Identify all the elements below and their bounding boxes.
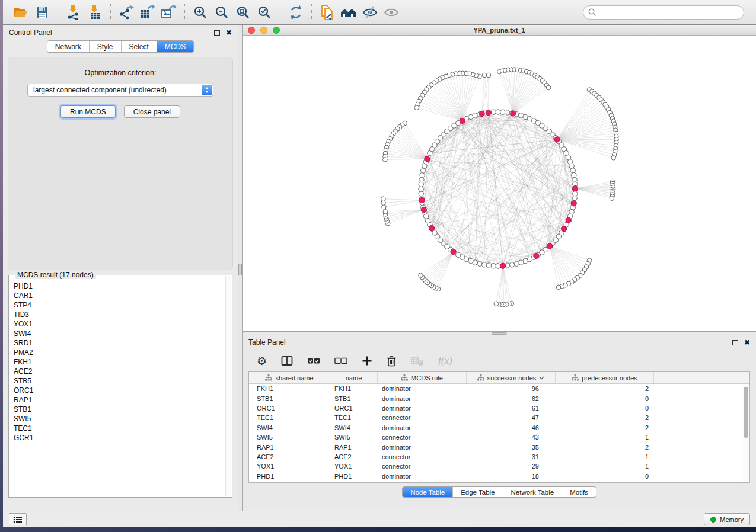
network-canvas[interactable] (243, 36, 756, 331)
mcds-result-item[interactable]: CAR1 (14, 291, 232, 300)
minimize-window-icon[interactable] (260, 27, 267, 34)
delete-column-disabled-icon (411, 355, 424, 366)
import-network-icon[interactable] (63, 2, 84, 23)
mcds-result-item[interactable]: TID3 (14, 310, 232, 319)
mcds-result-item[interactable]: PMA2 (14, 348, 232, 357)
toolbar-separator (184, 4, 185, 21)
control-panel-title: Control Panel (9, 28, 52, 37)
table-row[interactable]: STB1STB1dominator620 (249, 393, 749, 403)
float-window-icon[interactable] (214, 30, 220, 36)
function-builder-disabled-icon: f(x) (438, 355, 452, 367)
dropdown-stepper-icon (202, 85, 212, 95)
run-mcds-button[interactable]: Run MCDS (60, 105, 116, 118)
mcds-result-item[interactable]: GCR1 (14, 433, 232, 443)
zoom-in-icon[interactable] (190, 2, 211, 23)
mcds-result-item[interactable]: TEC1 (14, 424, 232, 433)
table-row[interactable]: RAP1RAP1dominator352 (249, 442, 749, 451)
scrollbar-thumb[interactable] (744, 387, 748, 438)
main-toolbar (3, 0, 756, 25)
column-header-predecessor-nodes[interactable]: predecessor nodes (556, 372, 654, 383)
export-table-icon[interactable] (137, 2, 158, 23)
tab-edge-table[interactable]: Edge Table (453, 487, 503, 497)
list-icon (13, 516, 23, 523)
mcds-result-item[interactable]: ACE2 (14, 367, 232, 376)
table-row[interactable]: TEC1TEC1connector472 (249, 413, 749, 422)
mcds-panel: Optimization criterion: largest connecte… (8, 57, 233, 270)
search-input[interactable] (597, 7, 744, 18)
tab-network[interactable]: Network (47, 41, 90, 52)
shared-column-icon (477, 374, 484, 381)
mcds-result-item[interactable]: STB1 (14, 405, 232, 414)
column-header-name[interactable]: name (330, 372, 378, 383)
tab-style[interactable]: Style (90, 41, 122, 52)
task-history-button[interactable] (9, 513, 27, 525)
tab-node-table[interactable]: Node Table (403, 487, 453, 497)
tab-motifs[interactable]: Motifs (562, 487, 596, 497)
float-window-icon[interactable] (732, 340, 738, 345)
select-all-icon[interactable] (307, 357, 320, 365)
open-file-icon[interactable] (10, 2, 31, 23)
table-scrollbar[interactable] (742, 384, 749, 482)
settings-gear-icon[interactable]: ⚙ (257, 355, 267, 367)
close-window-icon[interactable] (248, 27, 255, 34)
close-icon[interactable]: ✖ (744, 339, 750, 346)
search-field[interactable] (583, 5, 744, 20)
shared-column-icon (265, 374, 272, 381)
export-image-icon[interactable] (158, 2, 180, 23)
hide-selected-icon[interactable] (359, 2, 381, 23)
panel-divider[interactable] (238, 25, 243, 511)
first-neighbors-icon[interactable] (338, 2, 359, 23)
mcds-result-item[interactable]: STP4 (14, 300, 232, 310)
zoom-fit-icon[interactable] (232, 2, 254, 23)
mcds-result-item[interactable]: STB5 (14, 376, 232, 386)
divider-grip[interactable] (492, 332, 507, 335)
maximize-window-icon[interactable] (273, 27, 280, 34)
zoom-selected-icon[interactable] (254, 2, 275, 23)
mcds-result-item[interactable]: FKH1 (14, 357, 232, 367)
import-table-icon[interactable] (84, 2, 106, 23)
save-session-icon[interactable] (31, 2, 53, 23)
table-row[interactable]: PHD1PHD1dominator180 (249, 472, 749, 481)
table-row[interactable]: ORC1ORC1dominator610 (249, 403, 749, 413)
status-bar: Memory (3, 511, 756, 527)
table-row[interactable]: SWI4SWI4dominator462 (249, 423, 749, 432)
column-header-mcds-role[interactable]: MCDS role (378, 372, 467, 383)
table-row[interactable]: YOX1YOX1connector291 (249, 462, 749, 471)
table-row[interactable]: SWI5SWI5connector431 (249, 432, 749, 442)
mcds-result-item[interactable]: SRD1 (14, 338, 232, 348)
deselect-all-icon[interactable] (334, 357, 347, 365)
network-window-titlebar[interactable]: YPA_prune.txt_1 (243, 25, 756, 36)
column-header-successor-nodes[interactable]: successor nodes (467, 372, 556, 383)
optimization-criterion-label: Optimization criterion: (85, 69, 157, 77)
table-row[interactable]: ACE2ACE2connector311 (249, 452, 749, 462)
horizontal-divider[interactable] (243, 332, 756, 335)
mcds-result-item[interactable]: SWI4 (14, 329, 232, 338)
optimization-criterion-dropdown[interactable]: largest connected component (undirected) (27, 84, 213, 97)
table-row[interactable]: FKH1FKH1dominator962 (249, 384, 749, 393)
toolbar-separator (280, 4, 280, 21)
close-icon[interactable]: ✖ (226, 29, 232, 36)
network-window: YPA_prune.txt_1 (243, 25, 756, 332)
column-header-shared-name[interactable]: shared name (249, 372, 330, 383)
tab-mcds[interactable]: MCDS (157, 41, 193, 52)
new-network-from-selection-icon[interactable] (317, 2, 338, 23)
mcds-result-item[interactable]: SWI5 (14, 414, 232, 424)
mcds-result-item[interactable]: ORC1 (14, 386, 232, 395)
export-network-icon[interactable] (116, 2, 137, 23)
tab-select[interactable]: Select (122, 41, 157, 52)
table-panel: Table Panel ✖ ⚙ (243, 335, 756, 511)
delete-row-icon[interactable] (387, 355, 397, 367)
close-panel-button[interactable]: Close panel (124, 105, 180, 118)
show-all-icon[interactable] (381, 2, 402, 23)
toggle-columns-icon[interactable] (281, 355, 293, 366)
refresh-icon[interactable] (285, 2, 307, 23)
mcds-result-item[interactable]: PHD1 (14, 281, 232, 291)
zoom-out-icon[interactable] (211, 2, 232, 23)
mcds-result-item[interactable]: RAP1 (14, 395, 232, 405)
tab-network-table[interactable]: Network Table (503, 487, 563, 497)
add-row-icon[interactable] (362, 355, 372, 366)
mcds-result-item[interactable]: YOX1 (14, 319, 232, 329)
memory-button[interactable]: Memory (704, 513, 750, 525)
sort-descending-icon (539, 376, 544, 380)
divider-grip[interactable] (238, 264, 242, 275)
